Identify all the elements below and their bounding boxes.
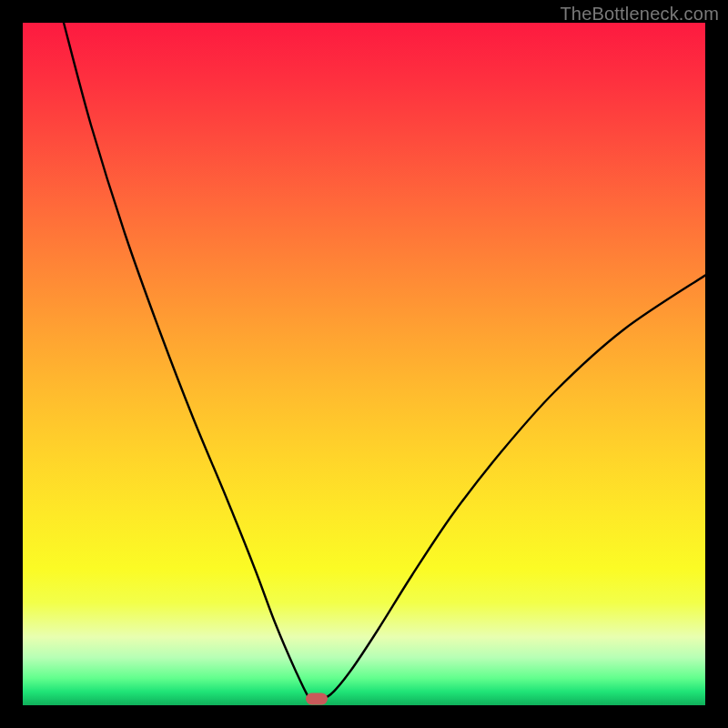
curve-path: [64, 23, 705, 701]
bottleneck-curve: [23, 23, 705, 705]
watermark-text: TheBottleneck.com: [560, 4, 719, 25]
outer-frame: TheBottleneck.com: [0, 0, 728, 728]
plot-area: [23, 23, 705, 705]
optimal-marker: [306, 693, 328, 704]
